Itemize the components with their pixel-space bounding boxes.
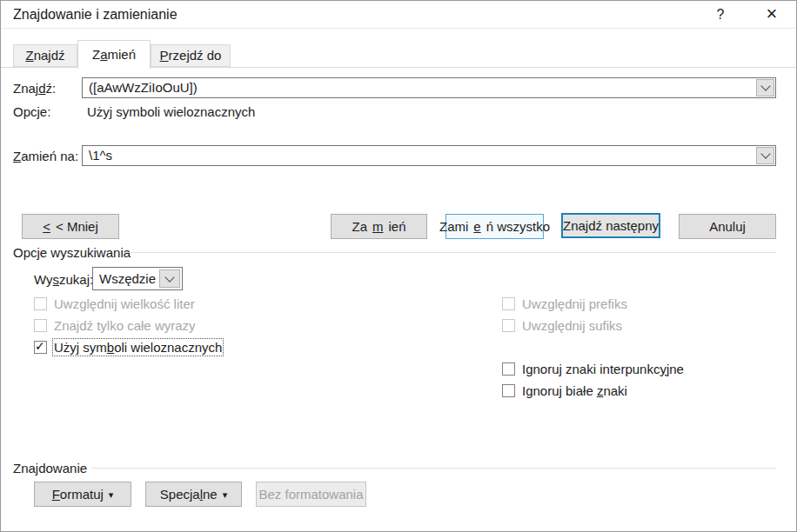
chevron-down-icon — [164, 272, 174, 282]
format-button-label: Formatuj — [52, 487, 104, 502]
menu-arrow-icon: ▾ — [109, 489, 114, 501]
find-next-button[interactable]: Znajdź następny — [561, 213, 660, 238]
chevron-down-icon — [760, 149, 770, 158]
search-options-divider — [123, 252, 776, 253]
checkbox-label[interactable]: Ignoruj białe znaki — [522, 383, 627, 398]
menu-arrow-icon: ▾ — [223, 489, 228, 501]
checkbox-ignore-whitespace[interactable]: Ignoruj białe znaki — [502, 383, 627, 398]
replace-all-button[interactable]: Zamień wszystko — [445, 214, 544, 239]
title-bar: Znajdowanie i zamienianie ? × — [1, 1, 796, 29]
options-value: Użyj symboli wieloznacznych — [87, 104, 255, 119]
checkbox-label[interactable]: Użyj symboli wieloznacznych — [54, 340, 222, 355]
checkbox-icon — [502, 319, 515, 332]
checkbox-use-wildcards[interactable]: ✓ Użyj symboli wieloznacznych — [34, 340, 222, 355]
chevron-down-icon — [760, 81, 770, 90]
checkbox-icon[interactable] — [502, 362, 515, 376]
format-button[interactable]: Formatuj ▾ — [34, 482, 131, 507]
cancel-button[interactable]: Anuluj — [679, 214, 776, 239]
search-scope-select[interactable]: Wszędzie — [92, 267, 183, 290]
checkbox-label: Uwzględnij wielkość liter — [54, 296, 195, 311]
checkbox-label[interactable]: Ignoruj znaki interpunkcyjne — [522, 362, 684, 376]
checkbox-label: Uwzględnij sufiks — [522, 318, 622, 333]
find-section-header: Znajdowanie — [13, 461, 87, 475]
checkbox-match-prefix: Uwzględnij prefiks — [502, 296, 627, 311]
search-options-header: Opcje wyszukiwania — [13, 245, 131, 260]
tab-znajdz[interactable]: Znajdź — [13, 44, 77, 67]
no-formatting-button: Bez formatowania — [256, 482, 366, 507]
check-icon: ✓ — [35, 339, 45, 353]
checkbox-whole-words: Znajdź tylko całe wyrazy — [34, 318, 196, 333]
checkbox-icon[interactable] — [502, 384, 515, 397]
tab-zamien[interactable]: Zamień — [77, 40, 151, 69]
replace-input-value: \1^s — [89, 148, 112, 163]
search-scope-dropdown-button[interactable] — [159, 269, 180, 288]
checkbox-label: Znajdź tylko całe wyrazy — [54, 318, 196, 333]
checkbox-checked-icon[interactable]: ✓ — [34, 341, 47, 354]
special-button-label: Specjalne — [160, 487, 218, 502]
help-icon[interactable]: ? — [706, 4, 735, 25]
tab-przejdz-do[interactable]: Przejdź do — [151, 44, 231, 67]
find-section-divider — [91, 468, 776, 469]
search-scope-value: Wszędzie — [99, 271, 156, 286]
find-input[interactable]: ([aAwWzZiIoOuU]) — [82, 77, 776, 98]
checkbox-label: Uwzględnij prefiks — [522, 296, 627, 311]
replace-input[interactable]: \1^s — [82, 145, 776, 166]
find-dropdown-button[interactable] — [756, 79, 774, 96]
checkbox-match-case: Uwzględnij wielkość liter — [34, 296, 195, 311]
less-button[interactable]: << Mniej — [22, 214, 119, 239]
find-input-value: ([aAwWzZiIoOuU]) — [89, 80, 198, 95]
close-icon[interactable]: × — [754, 2, 789, 26]
checkbox-icon — [34, 319, 47, 332]
replace-button[interactable]: Zamień — [331, 214, 427, 239]
special-button[interactable]: Specjalne ▾ — [145, 482, 242, 507]
find-replace-dialog: Znajdowanie i zamienianie ? × Znajdź Zam… — [0, 0, 797, 532]
checkbox-icon — [502, 297, 515, 310]
search-scope-label: Wyszukaj: — [34, 272, 93, 287]
options-label: Opcje: — [13, 104, 50, 119]
find-label: Znajdź: — [13, 81, 56, 96]
dialog-title: Znajdowanie i zamienianie — [13, 7, 177, 23]
replace-label: Zamień na: — [13, 149, 78, 163]
replace-dropdown-button[interactable] — [756, 147, 774, 164]
checkbox-match-suffix: Uwzględnij sufiks — [502, 318, 622, 333]
checkbox-ignore-punctuation[interactable]: Ignoruj znaki interpunkcyjne — [502, 362, 684, 376]
checkbox-icon — [34, 297, 47, 310]
